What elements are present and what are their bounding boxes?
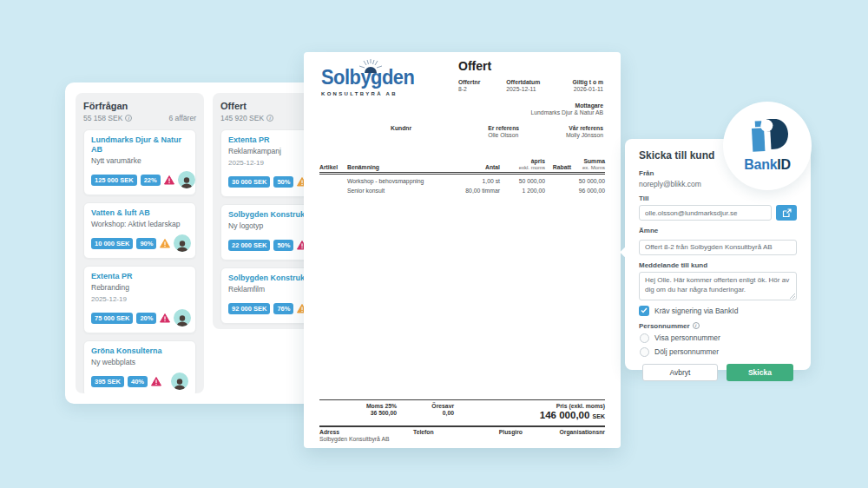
hide-personnummer-label: Dölj personnummer	[654, 347, 719, 356]
subject-label: Ämne	[639, 227, 797, 234]
line-item-row: Workshop - behovsmappning1,00 st50 000,0…	[319, 174, 605, 185]
field-value: Lundmarks Djur & Natur AB	[531, 109, 603, 115]
table-header-row: ArtikelBenämningAntalàprisexkl. momsRaba…	[319, 158, 605, 174]
probability-badge: 22%	[141, 175, 161, 186]
open-in-new-icon	[782, 208, 792, 218]
assignee-avatar	[174, 309, 191, 326]
card-description: Nytt varumärke	[91, 156, 188, 165]
orgnr-label: Organisationsnr	[523, 429, 605, 435]
rounding-label: Öresavr	[409, 403, 454, 409]
card-badge-row: 395 SEK40%	[91, 373, 188, 390]
deal-card[interactable]: Extenta PR Rebranding2025-12-1975 000 SE…	[83, 266, 196, 333]
amount-badge: 92 000 SEK	[228, 303, 270, 314]
line-item-cell: 50 000,00	[500, 174, 545, 185]
card-company-link[interactable]: Gröna Konsulterna	[91, 346, 188, 356]
line-item-cell	[545, 174, 571, 185]
deal-card[interactable]: Lundmarks Djur & Natur AB Nytt varumärke…	[83, 129, 196, 195]
vat-label: Moms 25%	[366, 403, 397, 409]
card-description: Ny webbplats	[91, 358, 188, 366]
line-item-cell: 96 000,00	[571, 184, 605, 194]
bankid-signing-checkbox[interactable]	[639, 306, 649, 316]
deal-card[interactable]: Gröna Konsulterna Ny webbplats395 SEK40%	[83, 340, 196, 393]
amount-badge: 22 000 SEK	[228, 240, 270, 251]
logo-subtext: KONSULTBYRÅ AB	[321, 91, 419, 96]
field-label: Giltig t o m	[573, 79, 604, 85]
bankid-badge: BankID	[723, 102, 812, 190]
probability-badge: 90%	[136, 238, 156, 249]
address-value: Solbygden Konsultbyrå AB	[319, 436, 413, 442]
card-list: Lundmarks Djur & Natur AB Nytt varumärke…	[83, 129, 196, 393]
field-label: Kundnr	[391, 125, 411, 131]
card-company-link[interactable]: Vatten & luft AB	[91, 208, 188, 218]
column-header: Artikel	[319, 158, 347, 174]
subject-input[interactable]	[639, 240, 797, 255]
column-amount: 55 158 SEK	[83, 114, 122, 122]
resize-handle[interactable]	[790, 293, 795, 299]
line-item-cell	[545, 184, 571, 194]
warning-icon	[160, 239, 170, 248]
field-label: Vår referens	[566, 125, 603, 131]
line-item-cell	[319, 174, 347, 185]
bankid-logo-icon	[746, 119, 789, 155]
line-items-table: ArtikelBenämningAntalàprisexkl. momsRaba…	[319, 158, 605, 194]
rounding-value: 0,00	[409, 410, 454, 416]
amount-badge: 30 000 SEK	[228, 176, 270, 188]
probability-badge: 40%	[128, 376, 148, 387]
line-item-cell: Senior konsult	[347, 184, 450, 194]
total-price-value: 146 000,00 SEK	[501, 410, 605, 420]
card-description: Workshop: Aktivt ledarskap	[91, 220, 188, 228]
probability-badge: 20%	[136, 313, 156, 324]
card-badge-row: 75 000 SEK20%	[91, 309, 188, 326]
plusgiro-label: Plusgiro	[462, 429, 523, 435]
message-textarea[interactable]: Hej Olle. Här kommer offerten enligt ök.…	[639, 272, 797, 300]
info-icon[interactable]: i	[125, 115, 132, 122]
panel-pointer	[620, 247, 631, 258]
column-header: Summaex. Moms	[571, 158, 605, 174]
avatar-person-icon	[175, 314, 189, 326]
warning-icon	[164, 175, 174, 185]
table-body: Workshop - behovsmappning1,00 st50 000,0…	[319, 174, 605, 195]
column-header: Benämning	[347, 158, 450, 174]
show-personnummer-radio[interactable]	[640, 333, 649, 343]
to-input[interactable]	[639, 205, 772, 221]
line-item-cell: Workshop - behovsmappning	[347, 174, 450, 185]
totals-section: Moms 25% 36 500,00 Öresavr 0,00 Pris (ex…	[319, 399, 605, 427]
assignee-avatar	[171, 373, 188, 390]
info-icon[interactable]: i	[693, 322, 700, 329]
card-description: Rebranding	[91, 283, 188, 292]
avatar-person-icon	[173, 378, 187, 390]
assignee-avatar	[178, 171, 195, 188]
column-summary: 55 158 SEK i 6 affärer	[83, 114, 196, 122]
warning-icon	[160, 313, 170, 323]
probability-badge: 76%	[273, 303, 293, 314]
cancel-button[interactable]: Avbryt	[642, 364, 718, 381]
line-item-cell: 50 000,00	[571, 174, 605, 185]
hide-personnummer-radio[interactable]	[640, 347, 649, 357]
amount-badge: 125 000 SEK	[91, 175, 137, 186]
line-item-cell: 1 200,00	[500, 184, 545, 194]
phone-label: Telefon	[413, 429, 462, 435]
card-badge-row: 10 000 SEK90%	[91, 234, 188, 252]
personnummer-label: Personnummer i	[639, 322, 797, 330]
avatar-person-icon	[180, 176, 194, 188]
field-label: Offertnr	[458, 79, 480, 85]
line-item-cell: 80,00 timmar	[450, 184, 500, 194]
line-item-cell: 1,00 st	[450, 174, 500, 185]
amount-badge: 10 000 SEK	[91, 238, 133, 249]
document-footer: Adress Solbygden Konsultbyrå AB Telefon …	[319, 429, 605, 442]
probability-badge: 50%	[273, 176, 293, 188]
edit-recipient-button[interactable]	[776, 205, 797, 221]
card-company-link[interactable]: Lundmarks Djur & Natur AB	[91, 135, 188, 155]
deal-card[interactable]: Vatten & luft AB Workshop: Aktivt ledars…	[83, 202, 196, 259]
send-button[interactable]: Skicka	[727, 364, 793, 381]
column-header: àprisexkl. moms	[500, 158, 545, 174]
logo-text: Solbygden	[321, 66, 414, 89]
field-value: 8-2	[458, 86, 480, 92]
info-icon[interactable]: i	[266, 115, 273, 122]
references-row: Kundnr Er referens Olle Olsson Vår refer…	[391, 125, 603, 138]
column-deal-count: 6 affärer	[168, 114, 196, 122]
checkmark-icon	[641, 307, 648, 313]
assignee-avatar	[174, 234, 191, 252]
card-company-link[interactable]: Extenta PR	[91, 272, 188, 281]
to-label: Till	[639, 195, 797, 202]
